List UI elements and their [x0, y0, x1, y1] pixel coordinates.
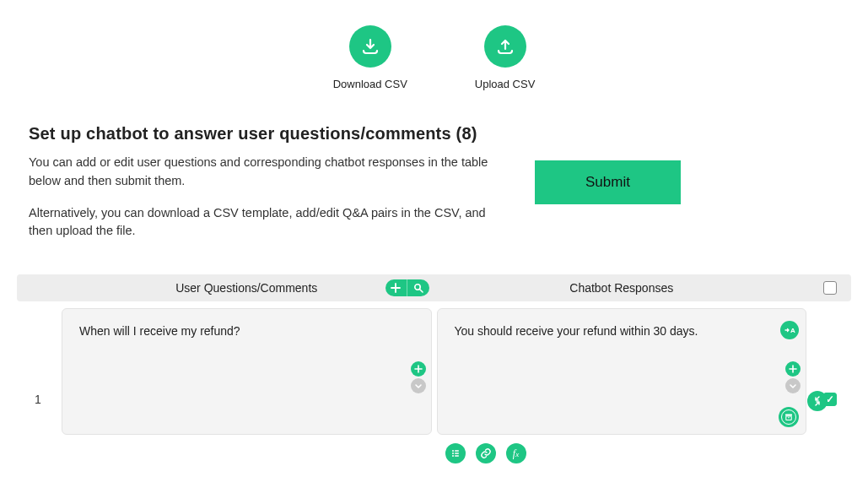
upload-csv-label: Upload CSV [475, 78, 536, 90]
description-paragraph-1: You can add or edit user questions and c… [29, 154, 501, 191]
table-row: 1 When will I receive my refund? You sho… [17, 308, 851, 463]
download-csv-label: Download CSV [333, 78, 407, 90]
header-select-all [809, 281, 851, 295]
collapse-row-button[interactable] [807, 391, 828, 411]
expand-question-button[interactable] [411, 378, 426, 393]
header-questions-label: User Questions/Comments [175, 281, 317, 295]
section-body: You can add or edit user questions and c… [0, 154, 868, 254]
select-all-checkbox[interactable] [823, 281, 837, 295]
list-action-button[interactable] [445, 443, 466, 463]
question-cell: When will I receive my refund? [59, 308, 434, 435]
svg-point-7 [452, 453, 454, 454]
svg-rect-10 [455, 455, 459, 456]
download-icon [349, 25, 391, 68]
download-csv-button[interactable]: Download CSV [333, 25, 407, 90]
add-variant-button[interactable] [411, 361, 426, 377]
question-side-actions [411, 361, 426, 393]
section-title: Set up chatbot to answer user questions/… [0, 107, 868, 154]
svg-text:A: A [790, 327, 795, 334]
question-text: When will I receive my refund? [79, 324, 240, 338]
archive-response-button[interactable] [779, 407, 799, 427]
csv-actions-bar: Download CSV Upload CSV [0, 0, 868, 107]
svg-rect-8 [455, 453, 459, 453]
svg-point-0 [414, 285, 419, 290]
add-question-button[interactable] [385, 279, 407, 296]
svg-point-5 [452, 450, 454, 452]
response-under-actions: fx [437, 435, 807, 463]
svg-rect-4 [788, 417, 790, 418]
description-paragraph-2: Alternatively, you can download a CSV te… [29, 204, 501, 241]
svg-point-9 [452, 455, 454, 457]
upload-icon [484, 25, 526, 68]
table-header: User Questions/Comments Chatbot Response… [17, 274, 851, 301]
question-card[interactable]: When will I receive my refund? [62, 308, 432, 435]
add-response-variant-button[interactable] [785, 361, 801, 377]
response-cell: You should receive your refund within 30… [434, 308, 810, 463]
svg-rect-6 [455, 450, 459, 451]
response-card[interactable]: You should receive your refund within 30… [437, 308, 807, 435]
ai-suggest-button[interactable]: A [780, 321, 799, 339]
function-action-button[interactable]: fx [506, 443, 526, 463]
expand-response-button[interactable] [785, 378, 801, 393]
response-text: You should receive your refund within 30… [455, 324, 698, 338]
header-questions: User Questions/Comments [59, 281, 434, 295]
submit-button[interactable]: Submit [535, 160, 681, 204]
response-side-actions [785, 361, 801, 393]
upload-csv-button[interactable]: Upload CSV [475, 25, 536, 90]
row-index: 1 [17, 308, 59, 406]
svg-rect-2 [785, 415, 792, 416]
header-responses-label: Chatbot Responses [569, 281, 673, 295]
search-questions-button[interactable] [407, 279, 429, 296]
section-description: You can add or edit user questions and c… [29, 154, 501, 254]
header-question-actions [385, 279, 429, 296]
header-responses: Chatbot Responses [434, 281, 810, 295]
link-action-button[interactable] [476, 443, 496, 463]
qa-table: User Questions/Comments Chatbot Response… [17, 274, 851, 463]
